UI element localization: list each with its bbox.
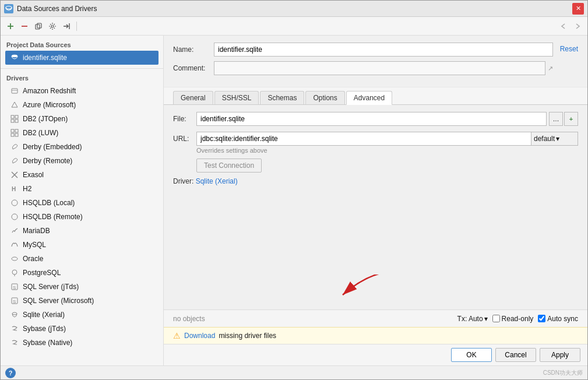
apply-button[interactable]: Apply: [540, 348, 580, 362]
derby-embedded-label: Derby (Embedded): [23, 143, 82, 151]
no-objects-text: no objects: [173, 315, 205, 323]
reset-link[interactable]: Reset: [560, 45, 578, 53]
titlebar-left: Data Sources and Drivers: [4, 4, 97, 13]
download-link[interactable]: Download: [184, 332, 215, 340]
toolbar-nav: [557, 20, 584, 33]
spacer: [164, 197, 587, 275]
url-dropdown-arrow: ▾: [556, 135, 559, 143]
file-browse-button[interactable]: …: [549, 112, 563, 126]
sidebar-item-sybase-native[interactable]: Sybase (Native): [5, 336, 159, 350]
sidebar-item-hsqldb-local[interactable]: HSQLDB (Local): [5, 196, 159, 210]
duplicate-button[interactable]: [32, 20, 45, 33]
remove-button[interactable]: [18, 20, 31, 33]
drivers-section: Drivers Amazon Redshift Azure (Microsoft…: [1, 68, 163, 353]
sidebar-item-sqlserver-jtds[interactable]: S SQL Server (jTds): [5, 280, 159, 294]
sidebar-item-sqlserver-ms[interactable]: S SQL Server (Microsoft): [5, 294, 159, 308]
sqlserver-ms-label: SQL Server (Microsoft): [23, 297, 94, 305]
svg-rect-18: [15, 133, 18, 136]
name-input[interactable]: [214, 43, 553, 57]
sidebar-item-h2[interactable]: H H2: [5, 182, 159, 196]
url-dropdown[interactable]: default ▾: [531, 132, 578, 146]
sybase-native-label: Sybase (Native): [23, 339, 72, 347]
app-icon: [4, 4, 13, 13]
ok-button[interactable]: OK: [451, 348, 492, 362]
back-button[interactable]: [557, 20, 570, 33]
mariadb-icon: [10, 226, 19, 235]
name-row: Name:: [173, 43, 553, 57]
svg-rect-14: [15, 119, 18, 122]
help-button[interactable]: ?: [5, 368, 16, 378]
hsqldb-remote-icon: [10, 212, 19, 221]
close-button[interactable]: ✕: [572, 3, 584, 15]
sidebar-item-hsqldb-remote[interactable]: HSQLDB (Remote): [5, 210, 159, 224]
forward-button[interactable]: [571, 20, 584, 33]
postgresql-icon: [10, 268, 19, 277]
sidebar-item-derby-embedded[interactable]: Derby (Embedded): [5, 140, 159, 154]
cancel-button[interactable]: Cancel: [495, 348, 536, 362]
autosync-checkbox[interactable]: [538, 315, 545, 322]
sidebar-item-azure[interactable]: Azure (Microsoft): [5, 98, 159, 112]
import-button[interactable]: [60, 20, 73, 33]
oracle-label: Oracle: [23, 255, 43, 263]
oracle-icon: [10, 254, 19, 263]
h2-label: H2: [23, 185, 31, 193]
sidebar-item-postgresql[interactable]: PostgreSQL: [5, 266, 159, 280]
comment-input[interactable]: [214, 61, 545, 75]
test-connection-button[interactable]: Test Connection: [196, 159, 262, 173]
watermark: CSDN功夫大师: [543, 369, 583, 377]
settings-button[interactable]: [46, 20, 59, 33]
sqlserver-jtds-icon: S: [10, 282, 19, 291]
main-content: Project Data Sources identifier.sqlite D…: [1, 36, 587, 365]
db2-jtopen-icon: [10, 114, 19, 124]
db2-jtopen-label: DB2 (JTOpen): [23, 115, 68, 123]
sidebar-item-identifier-sqlite[interactable]: identifier.sqlite: [5, 51, 159, 65]
derby-remote-label: Derby (Remote): [23, 157, 72, 165]
status-right: Tx: Auto ▾ Read-only Auto sync: [457, 315, 578, 323]
drivers-section-title: Drivers: [5, 72, 159, 84]
tabs-bar: General SSH/SSL Schemas Options Advanced: [164, 87, 587, 105]
url-option-label: default: [534, 135, 555, 143]
tab-advanced[interactable]: Advanced: [346, 91, 392, 105]
file-input[interactable]: [196, 112, 547, 126]
exasol-icon: [10, 170, 19, 180]
hsqldb-remote-label: HSQLDB (Remote): [23, 213, 83, 221]
sidebar: Project Data Sources identifier.sqlite D…: [1, 36, 164, 365]
svg-point-8: [12, 55, 17, 57]
readonly-label: Read-only: [502, 315, 534, 323]
sidebar-item-derby-remote[interactable]: Derby (Remote): [5, 154, 159, 168]
sidebar-item-amazon-redshift[interactable]: Amazon Redshift: [5, 84, 159, 98]
svg-text:S: S: [13, 285, 16, 290]
tx-select[interactable]: Tx: Auto ▾: [457, 315, 488, 323]
driver-link[interactable]: Sqlite (Xerial): [196, 177, 238, 185]
tab-options[interactable]: Options: [305, 91, 344, 104]
sidebar-item-db2-luw[interactable]: DB2 (LUW): [5, 126, 159, 140]
add-button[interactable]: [4, 20, 17, 33]
dialog-footer: OK Cancel Apply: [164, 344, 587, 365]
project-section: Project Data Sources identifier.sqlite: [1, 36, 163, 68]
file-add-button[interactable]: +: [564, 112, 578, 126]
sidebar-item-mariadb[interactable]: MariaDB: [5, 224, 159, 238]
sidebar-item-sqlite-xerial[interactable]: Sqlite (Xerial): [5, 308, 159, 322]
url-input[interactable]: [196, 132, 531, 146]
toolbar-separator: [76, 22, 77, 31]
name-label: Name:: [173, 45, 214, 54]
file-actions: … +: [549, 112, 578, 126]
sidebar-item-oracle[interactable]: Oracle: [5, 252, 159, 266]
sqlserver-jtds-label: SQL Server (jTds): [23, 283, 79, 291]
sidebar-item-sybase-jtds[interactable]: Sybase (jTds): [5, 322, 159, 336]
status-bar: no objects Tx: Auto ▾ Read-only Auto syn…: [164, 309, 587, 327]
sidebar-item-mysql[interactable]: MySQL: [5, 238, 159, 252]
readonly-checkbox-item: Read-only: [492, 315, 534, 323]
sybase-jtds-icon: [10, 324, 19, 333]
tab-schemas[interactable]: Schemas: [260, 91, 304, 104]
svg-text:S: S: [13, 299, 16, 304]
titlebar: Data Sources and Drivers ✕: [1, 1, 587, 17]
datasource-icon: [10, 53, 19, 62]
sidebar-item-db2-jtopen[interactable]: DB2 (JTOpen): [5, 112, 159, 126]
readonly-checkbox[interactable]: [492, 315, 500, 322]
azure-icon: [10, 100, 19, 110]
sidebar-item-exasol[interactable]: Exasol: [5, 168, 159, 182]
tab-sshssl[interactable]: SSH/SSL: [214, 91, 259, 104]
tab-general[interactable]: General: [173, 91, 213, 104]
arrow-annotation-container: [164, 275, 587, 309]
